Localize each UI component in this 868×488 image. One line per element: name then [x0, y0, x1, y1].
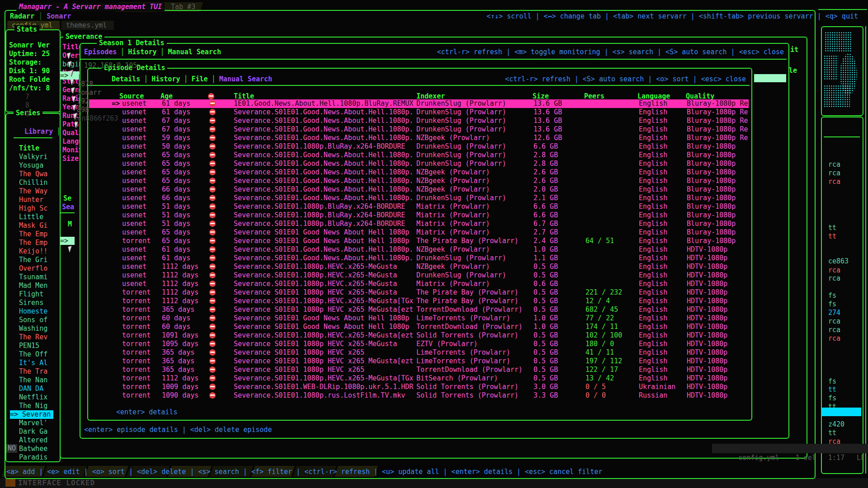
sidebar-item[interactable]: Mask Gi [19, 221, 47, 230]
release-title[interactable]: Severance S01E01 Good News About Hell 10… [234, 237, 409, 245]
sidebar-item[interactable]: PEN15 [19, 342, 39, 350]
release-size: 2.1 GB [533, 194, 558, 202]
sidebar-item[interactable]: The Way [19, 187, 47, 196]
release-title[interactable]: Severance S01E01 1080p HEVC x265 [234, 348, 364, 357]
release-size: 1.0 GB [533, 245, 558, 254]
release-quality: HDTV-1080p [687, 254, 727, 263]
release-title[interactable]: Severance.S01E01.1080p.HEVC.x265-MeGusta… [234, 297, 413, 305]
release-title[interactable]: Severance.S01E01.WEB-DLRip.1080p.ukr.5.1… [234, 383, 413, 391]
release-title[interactable]: Severance.S01E01.Good.News.About.Hell.10… [234, 108, 413, 117]
sidebar-item[interactable]: Washing [19, 324, 47, 333]
release-title[interactable]: Severance.S01E01.Good.News.About.Hell.10… [234, 151, 413, 160]
sidebar-item[interactable]: Flight [19, 290, 43, 299]
release-language: English [639, 297, 667, 305]
release-indexer: Miatrix (Prowlarr) [416, 220, 490, 228]
series-column-header: Title [19, 144, 39, 153]
release-indexer: NZBgeek (Prowlarr) [416, 177, 490, 185]
sidebar-item[interactable]: Tsunami [19, 273, 47, 282]
sidebar-item[interactable]: It's Al [19, 359, 47, 367]
sidebar-item[interactable]: Keijo!! [19, 247, 47, 256]
release-title[interactable]: Severance.S01E01.Good.News.About.Hell.10… [234, 245, 413, 254]
sidebar-item[interactable]: Dark Ga [19, 427, 47, 436]
release-title[interactable]: Severance S01E01 Good News About Hell 10… [234, 314, 409, 323]
episode-tab-history[interactable]: History [151, 75, 180, 84]
sidebar-item[interactable]: Mad Men [19, 282, 47, 290]
release-title[interactable]: Severance S01E01 1080p HEVC x265-MeGusta [234, 288, 397, 297]
sidebar-item-selected[interactable]: => Severan [10, 410, 53, 419]
background-artifact-text: 192.168.0.105 [84, 61, 137, 70]
release-source: usenet [122, 125, 146, 134]
release-title[interactable]: Severance S01E01 1080p HEVC x265 MeGusta… [234, 357, 413, 366]
sidebar-item[interactable]: Netflix [19, 393, 47, 402]
release-title[interactable]: Severance.S01E01.Good.News.About.Hell.10… [234, 125, 413, 134]
release-size: 2.8 GB [533, 151, 558, 160]
sidebar-item[interactable]: Marvel' [19, 419, 47, 427]
release-age: 61 days [162, 245, 190, 254]
release-title[interactable]: Severance.S01E01.1080p.BluRay.x264-BORDU… [234, 211, 405, 220]
sidebar-item[interactable]: Paradis [19, 453, 47, 462]
tab-library[interactable]: Library [24, 127, 53, 136]
servarr-tab-radarr[interactable]: Radarr [10, 12, 34, 20]
release-title[interactable]: Severance S01E01 Good News About Hell 10… [234, 228, 409, 237]
sidebar-item[interactable]: Yosuga [19, 161, 43, 170]
release-language: English [639, 348, 667, 357]
season-tab-history[interactable]: History [128, 48, 156, 56]
release-title[interactable]: Severance S01E01 1080p HEVC x265-MeGusta [234, 340, 397, 348]
sidebar-item[interactable]: DAN DA [19, 385, 43, 393]
release-source: usenet [122, 185, 146, 194]
sidebar-item[interactable]: The Tra [19, 367, 47, 376]
sidebar-item[interactable]: Valkyri [19, 153, 47, 161]
sidebar-item[interactable]: Batwhee [19, 445, 47, 453]
sidebar-item[interactable]: The Qwa [19, 170, 47, 178]
release-age: 365 days [162, 366, 194, 374]
release-title[interactable]: Severance S01E01 1080p HEVC x265 MeGusta… [234, 305, 413, 314]
release-title[interactable]: Severance.S01E01.Good.News.About.Hell.10… [234, 160, 413, 168]
release-title[interactable]: Severance.S01E01.1080p.HEVC.x265-MeGusta… [234, 331, 413, 340]
sidebar-item[interactable]: The Emp [19, 230, 47, 239]
release-title[interactable]: Severance.S01E01.1080p.HEVC.x265-MeGusta [234, 263, 397, 271]
sidebar-item[interactable]: Overflo [19, 264, 47, 273]
release-title[interactable]: Severance.S01E01.Good.News.About.Hell.10… [234, 117, 413, 125]
season-tab-manual-search[interactable]: Manual Search [168, 48, 221, 56]
sidebar-item[interactable]: The Nan [19, 376, 47, 385]
season-tab-episodes[interactable]: Episodes [84, 48, 117, 56]
release-title[interactable]: Severance.S01E01.Good.News.About.Hell.10… [234, 194, 413, 202]
release-title[interactable]: Severance.S01E01.Good.News.About.Hell.10… [234, 134, 413, 142]
release-title[interactable]: Severance S01E01 Good News About Hell 10… [234, 323, 409, 331]
release-title[interactable]: Severance.S01E01.Good.News.About.Hell.10… [234, 185, 413, 194]
sidebar-item[interactable]: High Sc [19, 204, 47, 213]
release-title[interactable]: Severance.S01E01.Good.News.About.Hell.10… [234, 177, 413, 185]
sidebar-item[interactable]: Little [19, 213, 43, 221]
selected-season-marker[interactable]: => [60, 237, 75, 245]
sidebar-item[interactable]: Chillin [19, 178, 47, 187]
release-title[interactable]: Severance.S01E01.1080p.HEVC.x265-MeGusta [234, 280, 397, 288]
release-title[interactable]: Severance.S01E01.1080p.BluRay.x264-BORDU… [234, 220, 405, 228]
sidebar-item[interactable]: The Rev [19, 333, 47, 342]
sidebar-item[interactable]: The Nig [19, 402, 47, 410]
release-title[interactable]: Severance.S01E01.1080p.BluRay.x264-BORDU… [234, 142, 405, 151]
release-title[interactable]: Severance.S01E01.1080p.BluRay.x264-BORDU… [234, 202, 405, 211]
sidebar-item[interactable]: Altered [19, 436, 47, 445]
sidebar-item[interactable]: Sirens [19, 299, 43, 307]
sidebar-item[interactable]: The Emp [19, 239, 47, 247]
release-title[interactable]: Severance.S01E01.Good.News.About.Hell.10… [234, 168, 413, 177]
episode-tab-manual-search[interactable]: Manual Search [219, 75, 272, 84]
sidebar-item[interactable]: Hunter [19, 196, 43, 204]
release-indexer: TorrentDownload (Prowlarr) [416, 366, 523, 374]
release-title[interactable]: 1E01.Good.News.About.Hell.1080p.BluRay.R… [234, 99, 413, 108]
release-title[interactable]: Severance.S01E01.1080p.HEVC.x265-MeGusta [234, 271, 397, 280]
sidebar-item[interactable]: Sons of [19, 316, 47, 324]
sidebar-item[interactable]: The Gri [19, 256, 47, 264]
rejected-icon [209, 135, 216, 141]
release-title[interactable]: Severance.S01E01.1080p.rus.LostFilm.TV.m… [234, 391, 405, 400]
episode-tab-details[interactable]: Details [112, 75, 140, 84]
sidebar-item[interactable]: Homeste [19, 307, 47, 316]
servarr-tab-sonarr[interactable]: Sonarr [47, 12, 71, 20]
release-title[interactable]: Severance.S01E01.1080p.HEVC.x265-MeGusta… [234, 374, 413, 383]
episode-tab-file[interactable]: File [192, 75, 208, 84]
sidebar-item[interactable]: The Off [19, 350, 47, 359]
release-title[interactable]: Severance S01E01 1080p HEVC x265 [234, 366, 364, 374]
background-border [818, 9, 867, 10]
release-source: torrent [122, 323, 151, 331]
release-title[interactable]: Severance.S01E01.Good.News.About.Hell.10… [234, 254, 413, 263]
